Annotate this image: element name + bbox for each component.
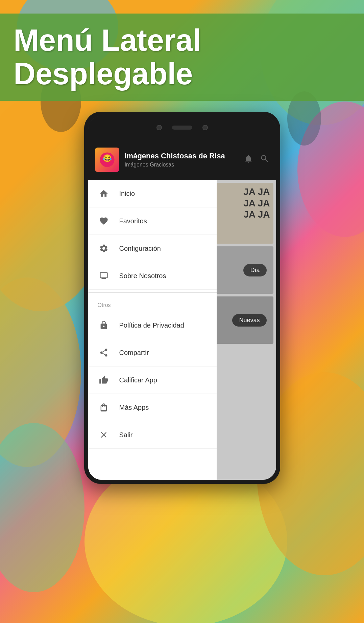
gear-icon bbox=[98, 242, 110, 254]
screen: 😂 Imágenes Chistosas de Risa Imágenes Gr… bbox=[88, 139, 276, 480]
drawer-item-configuracion[interactable]: Configuración bbox=[88, 235, 217, 262]
drawer-item-privacidad[interactable]: Política de Privacidad bbox=[88, 312, 217, 339]
drawer-label-configuracion: Configuración bbox=[119, 245, 161, 252]
drawer-label-favoritos: Favoritos bbox=[119, 217, 147, 225]
app-icon: 😂 bbox=[95, 148, 119, 172]
app-title: Imágenes Chistosas de Risa bbox=[125, 152, 238, 160]
badge-dia: Día bbox=[243, 264, 266, 276]
heart-icon bbox=[98, 215, 110, 227]
drawer-label-salir: Salir bbox=[119, 431, 133, 439]
drawer-item-favoritos[interactable]: Favoritos bbox=[88, 207, 217, 235]
app-bar-actions bbox=[244, 154, 269, 166]
phone-mockup: 😂 Imágenes Chistosas de Risa Imágenes Gr… bbox=[84, 112, 280, 484]
home-icon bbox=[98, 187, 110, 200]
monitor-icon bbox=[98, 270, 110, 282]
share-icon bbox=[98, 347, 110, 359]
bag-icon bbox=[98, 401, 110, 414]
drawer-divider bbox=[88, 292, 217, 293]
search-icon[interactable] bbox=[260, 154, 269, 166]
drawer-section-otros: Otros bbox=[88, 295, 217, 312]
lock-icon bbox=[98, 319, 110, 331]
drawer-label-compartir: Compartir bbox=[119, 349, 149, 357]
drawer-label-inicio: Inicio bbox=[119, 190, 135, 198]
drawer-item-compartir[interactable]: Compartir bbox=[88, 339, 217, 366]
speaker-dot bbox=[202, 125, 208, 130]
app-bar-titles: Imágenes Chistosas de Risa Imágenes Grac… bbox=[125, 152, 238, 168]
thumbsup-icon bbox=[98, 374, 110, 386]
speaker bbox=[172, 126, 192, 130]
top-banner: Menú Lateral Desplegable bbox=[0, 14, 364, 101]
ja-ja-text: JA JAJA JAJA JA bbox=[243, 186, 270, 220]
banner-title: Menú Lateral Desplegable bbox=[14, 24, 350, 91]
drawer-label-calificar: Calificar App bbox=[119, 376, 157, 384]
phone-top-bar bbox=[88, 116, 276, 139]
camera-dot bbox=[156, 125, 162, 130]
badge-nuevas: Nuevas bbox=[232, 314, 266, 327]
svg-point-7 bbox=[0, 423, 84, 592]
drawer: Inicio Favoritos bbox=[88, 180, 217, 480]
drawer-label-privacidad: Política de Privacidad bbox=[119, 321, 184, 329]
drawer-item-salir[interactable]: Salir bbox=[88, 421, 217, 449]
app-subtitle: Imágenes Graciosas bbox=[125, 162, 238, 168]
svg-text:😂: 😂 bbox=[102, 154, 112, 163]
drawer-label-mas-apps: Más Apps bbox=[119, 404, 149, 411]
drawer-label-sobre: Sobre Nosotros bbox=[119, 272, 166, 280]
drawer-item-mas-apps[interactable]: Más Apps bbox=[88, 394, 217, 421]
drawer-item-inicio[interactable]: Inicio bbox=[88, 180, 217, 207]
app-bar: 😂 Imágenes Chistosas de Risa Imágenes Gr… bbox=[88, 139, 276, 180]
drawer-item-calificar[interactable]: Calificar App bbox=[88, 366, 217, 394]
bell-icon[interactable] bbox=[244, 154, 253, 166]
close-icon bbox=[98, 429, 110, 441]
drawer-item-sobre[interactable]: Sobre Nosotros bbox=[88, 262, 217, 290]
